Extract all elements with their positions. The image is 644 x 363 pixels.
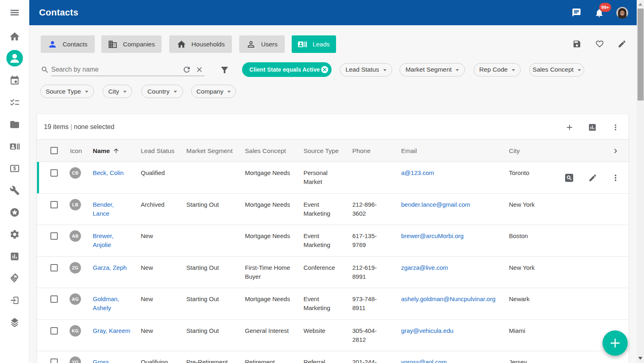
svg-text:$: $ — [13, 166, 16, 171]
